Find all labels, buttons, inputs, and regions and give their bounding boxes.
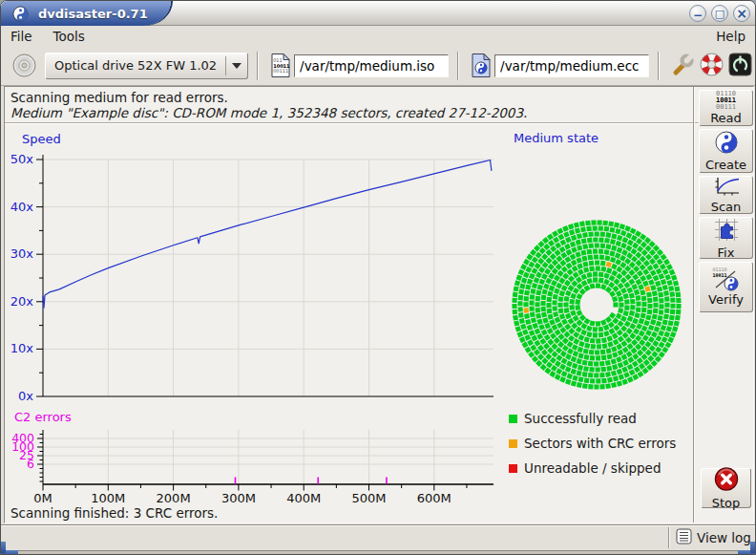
legend-item: Unreadable / skipped: [509, 456, 676, 480]
scan-result-status: Scanning finished: 3 CRC errors.: [10, 505, 218, 521]
maximize-button[interactable]: □: [711, 5, 728, 22]
iso-file-icon: 0111001100111: [270, 53, 291, 78]
close-icon: ×: [736, 7, 747, 20]
legend-item: Successfully read: [509, 406, 676, 431]
scan-button-label: Scan: [711, 200, 742, 214]
charts-area: Speed C2 errors 0x10x20x30x40x50x6251004…: [6, 126, 504, 510]
ecc-path-input[interactable]: [494, 54, 649, 77]
close-button[interactable]: ×: [733, 5, 750, 22]
preferences-button[interactable]: [668, 51, 697, 81]
header-separator: [5, 122, 753, 124]
toolbar-separator: [658, 52, 660, 80]
read-button-label: Read: [710, 111, 742, 125]
legend-color-swatch: [509, 439, 517, 448]
svg-text:200M: 200M: [157, 491, 191, 505]
svg-text:0M: 0M: [33, 491, 52, 505]
svg-text:20x: 20x: [10, 294, 34, 309]
svg-text:00111: 00111: [273, 68, 288, 74]
resize-grip-bottom-left[interactable]: [1, 542, 6, 553]
resize-grip-bottom-right[interactable]: [750, 542, 755, 553]
speed-and-c2-charts: 0x10x20x30x40x50x6251004000M100M200M300M…: [6, 126, 504, 510]
app-window: dvdisaster-0.71 − □ × File Tools Help Op…: [0, 0, 756, 555]
stop-button-label: Stop: [712, 496, 741, 510]
window-bottom-frame: [1, 550, 756, 555]
drive-selector[interactable]: Optical drive 52X FW 1.02: [45, 53, 248, 79]
svg-text:40x: 40x: [10, 200, 34, 214]
speed-chart-title: Speed: [22, 132, 61, 146]
create-button-label: Create: [705, 158, 746, 172]
help-button[interactable]: [697, 51, 725, 81]
minimize-button[interactable]: −: [689, 5, 706, 22]
status-heading: Scanning medium for read errors.: [10, 90, 228, 105]
toolbar-separator: [457, 52, 459, 80]
svg-text:400: 400: [11, 431, 34, 445]
svg-text:500M: 500M: [351, 491, 386, 505]
view-log-button[interactable]: View log: [676, 528, 751, 547]
legend-label: Sectors with CRC errors: [524, 436, 676, 451]
medium-state-legend: Successfully read Sectors with CRC error…: [509, 406, 676, 480]
verify-icon: 01110 10011: [711, 267, 742, 292]
medium-info: Medium "Example disc": CD-ROM mode 1, 35…: [10, 105, 527, 120]
svg-text:400M: 400M: [286, 491, 321, 505]
verify-button[interactable]: 01110 10011 Verify: [699, 262, 753, 312]
svg-text:100M: 100M: [91, 491, 125, 505]
quit-button[interactable]: [725, 51, 754, 81]
view-log-label: View log: [697, 530, 751, 545]
legend-label: Unreadable / skipped: [524, 460, 661, 476]
legend-item: Sectors with CRC errors: [509, 431, 676, 456]
drive-status-icon: [11, 53, 37, 78]
menu-tools[interactable]: Tools: [53, 29, 85, 44]
menu-file[interactable]: File: [10, 29, 32, 44]
statusbar: View log: [1, 524, 755, 550]
svg-text:600M: 600M: [417, 491, 452, 505]
menu-help[interactable]: Help: [716, 29, 746, 44]
sidebar-separator: [693, 87, 695, 523]
titlebar[interactable]: dvdisaster-0.71 − □ ×: [1, 1, 755, 26]
menubar: File Tools Help: [1, 27, 755, 46]
c2-chart-title: C2 errors: [14, 410, 72, 424]
wrench-icon: [670, 52, 696, 80]
svg-text:30x: 30x: [10, 246, 34, 261]
iso-path-input[interactable]: [294, 54, 449, 77]
scan-icon: [713, 176, 740, 200]
dropdown-arrow-icon: [232, 63, 242, 69]
medium-state-disc: [502, 203, 693, 405]
toolbar: Optical drive 52X FW 1.02 0111001100111: [1, 46, 755, 86]
fix-button-label: Fix: [718, 245, 735, 260]
power-icon: [727, 52, 753, 80]
maximize-icon: □: [715, 9, 724, 19]
window-title: dvdisaster-0.71: [38, 7, 148, 21]
legend-color-swatch: [509, 464, 517, 473]
svg-text:10x: 10x: [10, 341, 34, 355]
scan-button[interactable]: Scan: [699, 176, 753, 214]
toolbar-separator: [257, 52, 259, 80]
svg-text:0x: 0x: [18, 389, 33, 403]
create-icon: [714, 130, 739, 158]
statusbar-separator: [668, 527, 670, 548]
main-content: Scanning medium for read errors. Medium …: [4, 86, 754, 523]
create-button[interactable]: Create: [699, 129, 753, 173]
app-logo-icon: [12, 6, 29, 22]
svg-text:300M: 300M: [221, 491, 256, 505]
minimize-icon: −: [693, 10, 703, 21]
view-log-icon: [676, 528, 692, 547]
fix-button[interactable]: Fix: [699, 217, 753, 259]
medium-state-title: Medium state: [514, 131, 598, 145]
legend-label: Successfully read: [524, 411, 637, 426]
svg-text:50x: 50x: [10, 152, 34, 166]
verify-button-label: Verify: [708, 292, 744, 307]
titlebar-tab[interactable]: dvdisaster-0.71: [1, 1, 171, 26]
legend-color-swatch: [509, 415, 517, 423]
read-button[interactable]: 01110 10011 00111 Read: [699, 90, 753, 126]
fix-icon: [713, 217, 740, 245]
lifebelt-icon: [699, 52, 724, 80]
ecc-file-icon: [471, 53, 492, 78]
stop-icon: [712, 466, 741, 496]
drive-selector-value: Optical drive 52X FW 1.02: [46, 58, 225, 73]
stop-button[interactable]: Stop: [701, 468, 751, 508]
